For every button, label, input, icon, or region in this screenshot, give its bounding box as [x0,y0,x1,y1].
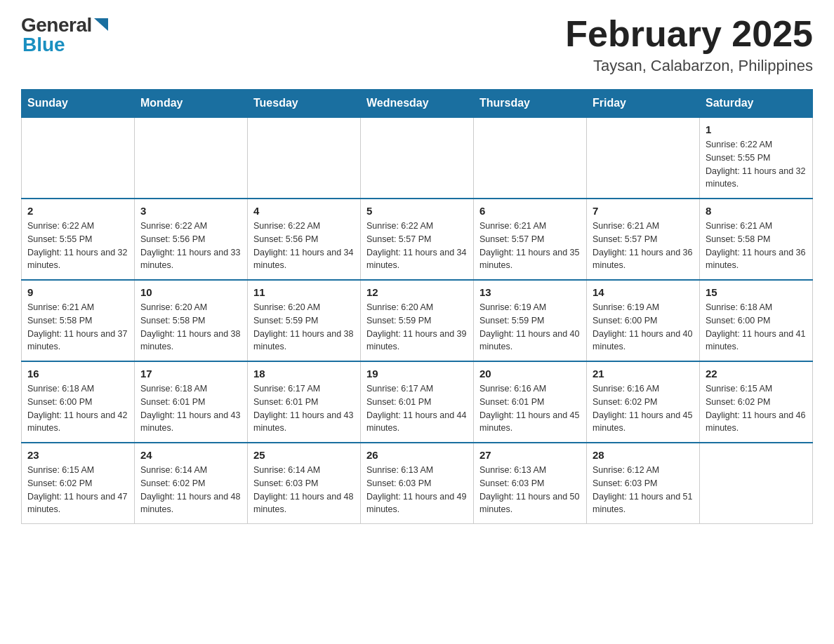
day-number: 22 [706,368,807,380]
day-info: Sunrise: 6:22 AMSunset: 5:56 PMDaylight:… [253,220,355,272]
day-number: 5 [366,205,468,217]
day-info: Sunrise: 6:13 AMSunset: 6:03 PMDaylight:… [366,464,468,516]
day-info: Sunrise: 6:17 AMSunset: 6:01 PMDaylight:… [253,382,355,435]
day-number: 20 [479,368,581,380]
day-info: Sunrise: 6:18 AMSunset: 6:01 PMDaylight:… [140,382,241,435]
table-row: 20Sunrise: 6:16 AMSunset: 6:01 PMDayligh… [474,361,587,443]
table-row: 15Sunrise: 6:18 AMSunset: 6:00 PMDayligh… [700,280,813,361]
day-info: Sunrise: 6:19 AMSunset: 6:00 PMDaylight:… [593,301,694,354]
table-row: 7Sunrise: 6:21 AMSunset: 5:57 PMDaylight… [587,199,700,280]
day-number: 11 [253,286,355,298]
day-info: Sunrise: 6:21 AMSunset: 5:57 PMDaylight:… [593,220,694,272]
table-row [700,443,813,524]
day-info: Sunrise: 6:21 AMSunset: 5:58 PMDaylight:… [706,220,807,272]
header-tuesday: Tuesday [248,90,361,118]
day-number: 13 [479,286,581,298]
day-info: Sunrise: 6:12 AMSunset: 6:03 PMDaylight:… [593,464,694,516]
day-info: Sunrise: 6:20 AMSunset: 5:59 PMDaylight:… [253,301,355,354]
table-row: 24Sunrise: 6:14 AMSunset: 6:02 PMDayligh… [135,443,248,524]
page-header: General Blue February 2025 Taysan, Calab… [21,14,813,75]
day-info: Sunrise: 6:14 AMSunset: 6:02 PMDaylight:… [140,464,241,516]
calendar-week-5: 23Sunrise: 6:15 AMSunset: 6:02 PMDayligh… [22,443,813,524]
header-sunday: Sunday [22,90,135,118]
table-row [474,117,587,199]
table-row [361,117,474,199]
day-number: 18 [253,368,355,380]
day-number: 10 [140,286,241,298]
day-info: Sunrise: 6:17 AMSunset: 6:01 PMDaylight:… [366,382,468,435]
svg-marker-0 [94,18,108,31]
calendar-week-4: 16Sunrise: 6:18 AMSunset: 6:00 PMDayligh… [22,361,813,443]
day-number: 3 [140,205,241,217]
day-info: Sunrise: 6:15 AMSunset: 6:02 PMDaylight:… [27,464,128,516]
day-number: 19 [366,368,468,380]
logo-blue-text: Blue [22,34,65,56]
day-info: Sunrise: 6:22 AMSunset: 5:55 PMDaylight:… [706,138,807,191]
header-monday: Monday [135,90,248,118]
header-saturday: Saturday [700,90,813,118]
table-row: 17Sunrise: 6:18 AMSunset: 6:01 PMDayligh… [135,361,248,443]
day-number: 23 [27,449,128,461]
table-row: 3Sunrise: 6:22 AMSunset: 5:56 PMDaylight… [135,199,248,280]
table-row: 22Sunrise: 6:15 AMSunset: 6:02 PMDayligh… [700,361,813,443]
table-row: 21Sunrise: 6:16 AMSunset: 6:02 PMDayligh… [587,361,700,443]
day-number: 1 [706,123,807,135]
day-number: 7 [593,205,694,217]
day-number: 8 [706,205,807,217]
day-info: Sunrise: 6:16 AMSunset: 6:02 PMDaylight:… [593,382,694,435]
day-number: 4 [253,205,355,217]
header-friday: Friday [587,90,700,118]
title-block: February 2025 Taysan, Calabarzon, Philip… [565,14,813,75]
day-number: 6 [479,205,581,217]
day-number: 24 [140,449,241,461]
table-row: 13Sunrise: 6:19 AMSunset: 5:59 PMDayligh… [474,280,587,361]
header-thursday: Thursday [474,90,587,118]
day-info: Sunrise: 6:14 AMSunset: 6:03 PMDaylight:… [253,464,355,516]
table-row: 8Sunrise: 6:21 AMSunset: 5:58 PMDaylight… [700,199,813,280]
table-row: 4Sunrise: 6:22 AMSunset: 5:56 PMDaylight… [248,199,361,280]
header-wednesday: Wednesday [361,90,474,118]
day-info: Sunrise: 6:22 AMSunset: 5:56 PMDaylight:… [140,220,241,272]
day-number: 28 [593,449,694,461]
day-number: 21 [593,368,694,380]
table-row: 16Sunrise: 6:18 AMSunset: 6:00 PMDayligh… [22,361,135,443]
day-info: Sunrise: 6:18 AMSunset: 6:00 PMDaylight:… [706,301,807,354]
day-number: 15 [706,286,807,298]
day-info: Sunrise: 6:13 AMSunset: 6:03 PMDaylight:… [479,464,581,516]
day-number: 17 [140,368,241,380]
logo-arrow-icon [94,18,108,31]
table-row: 2Sunrise: 6:22 AMSunset: 5:55 PMDaylight… [22,199,135,280]
calendar-week-2: 2Sunrise: 6:22 AMSunset: 5:55 PMDaylight… [22,199,813,280]
day-number: 9 [27,286,128,298]
table-row [135,117,248,199]
day-number: 27 [479,449,581,461]
table-row: 11Sunrise: 6:20 AMSunset: 5:59 PMDayligh… [248,280,361,361]
day-info: Sunrise: 6:15 AMSunset: 6:02 PMDaylight:… [706,382,807,435]
table-row: 28Sunrise: 6:12 AMSunset: 6:03 PMDayligh… [587,443,700,524]
calendar-title: February 2025 [565,14,813,54]
day-info: Sunrise: 6:16 AMSunset: 6:01 PMDaylight:… [479,382,581,435]
day-info: Sunrise: 6:18 AMSunset: 6:00 PMDaylight:… [27,382,128,435]
calendar-week-3: 9Sunrise: 6:21 AMSunset: 5:58 PMDaylight… [22,280,813,361]
calendar-location: Taysan, Calabarzon, Philippines [565,57,813,75]
table-row [22,117,135,199]
day-number: 25 [253,449,355,461]
table-row: 1Sunrise: 6:22 AMSunset: 5:55 PMDaylight… [700,117,813,199]
table-row [587,117,700,199]
table-row: 18Sunrise: 6:17 AMSunset: 6:01 PMDayligh… [248,361,361,443]
calendar-header-row: Sunday Monday Tuesday Wednesday Thursday… [22,90,813,118]
table-row: 27Sunrise: 6:13 AMSunset: 6:03 PMDayligh… [474,443,587,524]
day-info: Sunrise: 6:20 AMSunset: 5:58 PMDaylight:… [140,301,241,354]
day-number: 26 [366,449,468,461]
table-row: 9Sunrise: 6:21 AMSunset: 5:58 PMDaylight… [22,280,135,361]
day-number: 16 [27,368,128,380]
calendar-table: Sunday Monday Tuesday Wednesday Thursday… [21,89,813,524]
table-row: 19Sunrise: 6:17 AMSunset: 6:01 PMDayligh… [361,361,474,443]
table-row: 25Sunrise: 6:14 AMSunset: 6:03 PMDayligh… [248,443,361,524]
table-row: 10Sunrise: 6:20 AMSunset: 5:58 PMDayligh… [135,280,248,361]
day-number: 12 [366,286,468,298]
table-row: 12Sunrise: 6:20 AMSunset: 5:59 PMDayligh… [361,280,474,361]
day-info: Sunrise: 6:19 AMSunset: 5:59 PMDaylight:… [479,301,581,354]
table-row: 5Sunrise: 6:22 AMSunset: 5:57 PMDaylight… [361,199,474,280]
calendar-week-1: 1Sunrise: 6:22 AMSunset: 5:55 PMDaylight… [22,117,813,199]
